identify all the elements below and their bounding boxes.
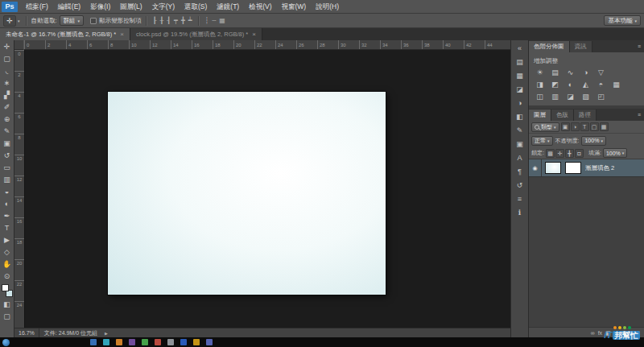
- black-white-icon[interactable]: ◐: [563, 79, 578, 91]
- taskbar-app-icon[interactable]: [155, 339, 161, 345]
- lock-transparency-icon[interactable]: ▩: [546, 149, 555, 158]
- document-canvas[interactable]: [108, 92, 386, 295]
- styles-panel-icon[interactable]: ◪: [513, 83, 527, 97]
- taskbar-app-icon[interactable]: [167, 339, 174, 345]
- menu-item[interactable]: 檔案(F): [21, 0, 53, 13]
- start-button[interactable]: [2, 339, 10, 346]
- curves-icon[interactable]: ∿: [563, 67, 578, 79]
- opacity-dropdown[interactable]: 100% ▾: [581, 136, 605, 146]
- panel-menu-icon[interactable]: ≡: [634, 109, 644, 121]
- vibrance-icon[interactable]: ▽: [593, 67, 609, 79]
- blur-tool[interactable]: ◒: [0, 186, 14, 198]
- clone-stamp-tool[interactable]: ▣: [0, 138, 14, 150]
- menu-item[interactable]: 視窗(W): [277, 0, 312, 13]
- menu-item[interactable]: 說明(H): [311, 0, 344, 13]
- align-bottom-edges-icon[interactable]: ┷: [187, 15, 194, 27]
- eraser-tool[interactable]: ▭: [0, 162, 14, 174]
- status-menu-arrow-icon[interactable]: ▶: [102, 331, 110, 336]
- adjustments-panel-icon[interactable]: ◑: [513, 97, 527, 110]
- link-layers-icon[interactable]: ∞: [591, 328, 595, 338]
- shape-tool[interactable]: ◇: [0, 246, 14, 258]
- filter-shape-layers-icon[interactable]: ▢: [590, 122, 599, 131]
- layer-mask-thumbnail[interactable]: [565, 162, 581, 174]
- lock-all-icon[interactable]: ◘: [575, 149, 584, 158]
- document-info[interactable]: 文件: 24.9M/0 位元組: [39, 329, 102, 337]
- tab-paths[interactable]: 路徑: [574, 109, 597, 121]
- close-icon[interactable]: ×: [120, 31, 124, 38]
- layer-row[interactable]: ◉ 漸層填色 2: [529, 159, 644, 177]
- taskbar-app-icon[interactable]: [103, 339, 109, 345]
- type-tool[interactable]: T: [0, 222, 14, 234]
- tab-channels[interactable]: 色版: [551, 109, 574, 121]
- threshold-icon[interactable]: ◪: [563, 91, 578, 103]
- eyedropper-tool[interactable]: ✐: [0, 101, 14, 114]
- lock-position-icon[interactable]: ╋: [565, 149, 574, 158]
- info-panel-icon[interactable]: ℹ: [513, 206, 527, 220]
- invert-icon[interactable]: ◫: [532, 91, 547, 103]
- photo-filter-icon[interactable]: ◭: [578, 79, 593, 91]
- lock-pixels-icon[interactable]: ✛: [555, 149, 564, 158]
- taskbar-app-icon[interactable]: [116, 339, 122, 345]
- ruler-origin[interactable]: [14, 40, 24, 50]
- color-lookup-icon[interactable]: ▦: [609, 79, 624, 91]
- taskbar-app-icon[interactable]: [142, 339, 148, 345]
- menu-item[interactable]: 檢視(V): [244, 0, 276, 13]
- menu-item[interactable]: 選取(S): [180, 0, 212, 13]
- menu-item[interactable]: 編輯(E): [53, 0, 85, 13]
- history-panel-icon[interactable]: ↺: [513, 179, 527, 192]
- filter-type-layers-icon[interactable]: T: [580, 122, 589, 131]
- move-tool[interactable]: ✛: [0, 41, 14, 53]
- blend-mode-dropdown[interactable]: 正常 ▾: [531, 136, 553, 146]
- lasso-tool[interactable]: ◟: [0, 65, 14, 77]
- close-icon[interactable]: ×: [252, 31, 256, 38]
- distribute-vertical-icon[interactable]: ┆: [204, 15, 211, 27]
- taskbar-app-icon[interactable]: [129, 339, 135, 345]
- brush-tool[interactable]: ✎: [0, 126, 14, 138]
- marquee-tool[interactable]: ▢: [0, 53, 14, 65]
- zoom-level-field[interactable]: 16.7%: [14, 328, 39, 337]
- menu-item[interactable]: 影像(I): [85, 0, 115, 13]
- taskbar-app-icon[interactable]: [193, 339, 200, 345]
- auto-align-layers-icon[interactable]: ▦: [217, 15, 227, 27]
- masks-panel-icon[interactable]: ◧: [513, 110, 527, 124]
- collapse-panels-icon[interactable]: «: [513, 42, 527, 56]
- tab-info[interactable]: 資訊: [570, 41, 592, 52]
- align-right-edges-icon[interactable]: ┨: [165, 15, 172, 27]
- current-tool-icon[interactable]: ✛: [3, 15, 16, 27]
- selective-color-icon[interactable]: ◰: [593, 91, 609, 103]
- align-vertical-centers-icon[interactable]: ╋: [180, 15, 187, 27]
- align-top-edges-icon[interactable]: ┯: [172, 15, 180, 27]
- fill-dropdown[interactable]: 100% ▾: [603, 148, 627, 158]
- layer-filter-dropdown[interactable]: 類型 ▾: [531, 122, 559, 132]
- zoom-tool[interactable]: ⊙: [0, 271, 14, 283]
- foreground-color-swatch[interactable]: [2, 284, 9, 291]
- taskbar-app-icon[interactable]: [90, 339, 97, 345]
- clone-source-panel-icon[interactable]: ▣: [513, 138, 527, 151]
- tab-untitled-1[interactable]: 未命名-1 @ 16.7% (漸層填色 2, RGB/8) * ×: [0, 28, 130, 40]
- dodge-tool[interactable]: ◐: [0, 198, 14, 210]
- taskbar-app-icon[interactable]: [206, 339, 213, 345]
- gradient-tool[interactable]: ▥: [0, 174, 14, 186]
- history-brush-tool[interactable]: ↺: [0, 150, 14, 162]
- healing-brush-tool[interactable]: ⊕: [0, 114, 14, 126]
- channel-mixer-icon[interactable]: ◓: [593, 79, 609, 91]
- levels-icon[interactable]: ▤: [547, 67, 563, 79]
- brightness-contrast-icon[interactable]: ☀: [532, 67, 547, 79]
- menu-item[interactable]: 文字(Y): [147, 0, 180, 13]
- swatches-panel-icon[interactable]: ▤: [513, 56, 527, 69]
- hand-tool[interactable]: ✋: [0, 258, 14, 271]
- taskbar-app-icon[interactable]: [180, 339, 187, 345]
- tool-preset-caret-icon[interactable]: ▾: [18, 19, 20, 23]
- panel-menu-icon[interactable]: ≡: [634, 41, 644, 52]
- menu-item[interactable]: 圖層(L): [115, 0, 147, 13]
- workspace-dropdown[interactable]: 基本功能 ▾: [604, 15, 641, 26]
- quick-selection-tool[interactable]: ∗: [0, 77, 14, 89]
- screen-mode-button[interactable]: ▢: [0, 311, 14, 323]
- filter-pixel-layers-icon[interactable]: ▣: [561, 122, 570, 131]
- color-panel-icon[interactable]: ▦: [513, 69, 527, 83]
- tab-layers[interactable]: 圖層: [529, 109, 551, 121]
- align-left-edges-icon[interactable]: ┠: [151, 15, 159, 27]
- crop-tool[interactable]: ▞: [0, 89, 14, 101]
- path-selection-tool[interactable]: ▶: [0, 234, 14, 246]
- pen-tool[interactable]: ✒: [0, 210, 14, 222]
